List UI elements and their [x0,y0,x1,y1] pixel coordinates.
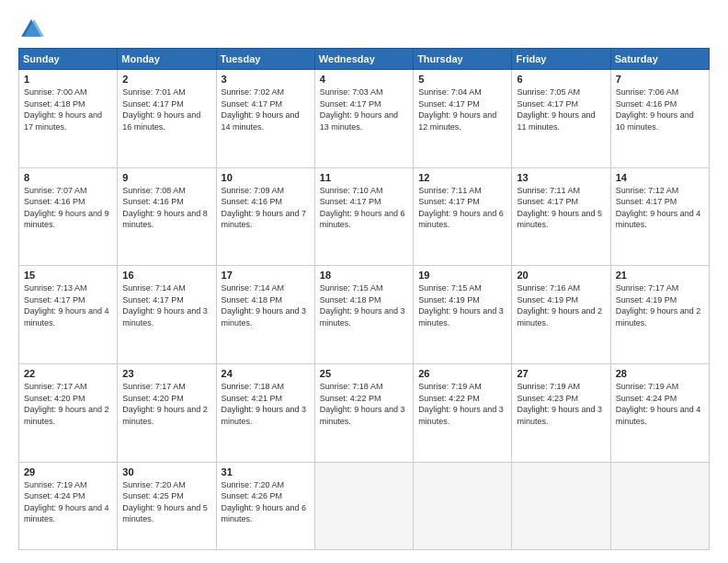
day-number: 12 [418,172,506,183]
day-info: Sunrise: 7:06 AM Sunset: 4:16 PM Dayligh… [616,86,704,132]
col-header-friday: Friday [512,49,610,70]
day-number: 24 [222,368,310,379]
day-number: 31 [222,466,310,477]
calendar-cell: 11 Sunrise: 7:10 AM Sunset: 4:17 PM Dayl… [314,167,413,266]
day-number: 11 [320,172,408,183]
day-number: 3 [222,74,310,85]
calendar-cell: 5 Sunrise: 7:04 AM Sunset: 4:17 PM Dayli… [414,70,512,168]
day-info: Sunrise: 7:13 AM Sunset: 4:17 PM Dayligh… [24,282,112,328]
calendar-cell: 20 Sunrise: 7:16 AM Sunset: 4:19 PM Dayl… [512,266,610,364]
day-number: 30 [122,466,210,477]
calendar-cell: 13 Sunrise: 7:11 AM Sunset: 4:17 PM Dayl… [512,167,610,266]
calendar-cell: 8 Sunrise: 7:07 AM Sunset: 4:16 PM Dayli… [19,167,118,266]
calendar-cell: 31 Sunrise: 7:20 AM Sunset: 4:26 PM Dayl… [216,462,314,549]
day-number: 18 [320,270,408,281]
day-info: Sunrise: 7:16 AM Sunset: 4:19 PM Dayligh… [517,282,605,328]
col-header-tuesday: Tuesday [216,49,314,70]
calendar-cell: 19 Sunrise: 7:15 AM Sunset: 4:19 PM Dayl… [414,266,512,364]
day-number: 2 [122,74,210,85]
day-info: Sunrise: 7:15 AM Sunset: 4:18 PM Dayligh… [320,282,408,328]
page: SundayMondayTuesdayWednesdayThursdayFrid… [0,0,728,563]
day-number: 4 [320,74,408,85]
day-info: Sunrise: 7:14 AM Sunset: 4:17 PM Dayligh… [122,282,210,328]
day-info: Sunrise: 7:17 AM Sunset: 4:19 PM Dayligh… [616,282,704,328]
day-info: Sunrise: 7:11 AM Sunset: 4:17 PM Dayligh… [418,185,506,231]
day-number: 9 [122,172,210,183]
day-info: Sunrise: 7:00 AM Sunset: 4:18 PM Dayligh… [24,86,112,132]
day-info: Sunrise: 7:04 AM Sunset: 4:17 PM Dayligh… [418,86,506,132]
col-header-saturday: Saturday [610,49,709,70]
logo-icon [18,17,44,42]
day-number: 23 [122,368,210,379]
calendar-cell: 30 Sunrise: 7:20 AM Sunset: 4:25 PM Dayl… [118,462,216,549]
day-info: Sunrise: 7:08 AM Sunset: 4:16 PM Dayligh… [122,185,210,231]
calendar-cell: 21 Sunrise: 7:17 AM Sunset: 4:19 PM Dayl… [610,266,709,364]
calendar-cell: 29 Sunrise: 7:19 AM Sunset: 4:24 PM Dayl… [19,462,118,549]
calendar-cell: 7 Sunrise: 7:06 AM Sunset: 4:16 PM Dayli… [610,70,709,168]
day-number: 6 [517,74,605,85]
day-info: Sunrise: 7:17 AM Sunset: 4:20 PM Dayligh… [24,381,112,427]
calendar-cell: 18 Sunrise: 7:15 AM Sunset: 4:18 PM Dayl… [314,266,413,364]
day-info: Sunrise: 7:18 AM Sunset: 4:21 PM Dayligh… [222,381,310,427]
day-info: Sunrise: 7:03 AM Sunset: 4:17 PM Dayligh… [320,86,408,132]
day-number: 29 [24,466,112,477]
day-info: Sunrise: 7:05 AM Sunset: 4:17 PM Dayligh… [517,86,605,132]
day-number: 5 [418,74,506,85]
calendar-cell: 23 Sunrise: 7:17 AM Sunset: 4:20 PM Dayl… [118,363,216,462]
day-info: Sunrise: 7:11 AM Sunset: 4:17 PM Dayligh… [517,185,605,231]
day-number: 26 [418,368,506,379]
col-header-monday: Monday [118,49,216,70]
day-number: 22 [24,368,112,379]
day-number: 7 [616,74,704,85]
calendar-table: SundayMondayTuesdayWednesdayThursdayFrid… [18,48,710,550]
calendar-cell: 24 Sunrise: 7:18 AM Sunset: 4:21 PM Dayl… [216,363,314,462]
calendar-cell: 9 Sunrise: 7:08 AM Sunset: 4:16 PM Dayli… [118,167,216,266]
logo [18,17,48,42]
day-info: Sunrise: 7:19 AM Sunset: 4:22 PM Dayligh… [418,381,506,427]
calendar-cell: 12 Sunrise: 7:11 AM Sunset: 4:17 PM Dayl… [414,167,512,266]
day-number: 16 [122,270,210,281]
day-info: Sunrise: 7:19 AM Sunset: 4:24 PM Dayligh… [24,479,112,525]
calendar-cell: 15 Sunrise: 7:13 AM Sunset: 4:17 PM Dayl… [19,266,118,364]
day-info: Sunrise: 7:19 AM Sunset: 4:23 PM Dayligh… [517,381,605,427]
calendar-cell: 14 Sunrise: 7:12 AM Sunset: 4:17 PM Dayl… [610,167,709,266]
calendar-cell: 28 Sunrise: 7:19 AM Sunset: 4:24 PM Dayl… [610,363,709,462]
day-number: 21 [616,270,704,281]
day-info: Sunrise: 7:15 AM Sunset: 4:19 PM Dayligh… [418,282,506,328]
calendar-cell: 25 Sunrise: 7:18 AM Sunset: 4:22 PM Dayl… [314,363,413,462]
calendar-cell: 4 Sunrise: 7:03 AM Sunset: 4:17 PM Dayli… [314,70,413,168]
calendar-cell: 1 Sunrise: 7:00 AM Sunset: 4:18 PM Dayli… [19,70,118,168]
day-number: 1 [24,74,112,85]
day-info: Sunrise: 7:12 AM Sunset: 4:17 PM Dayligh… [616,185,704,231]
day-number: 13 [517,172,605,183]
day-number: 20 [517,270,605,281]
day-number: 8 [24,172,112,183]
calendar-cell: 6 Sunrise: 7:05 AM Sunset: 4:17 PM Dayli… [512,70,610,168]
col-header-wednesday: Wednesday [314,49,413,70]
day-number: 27 [517,368,605,379]
calendar-cell [414,462,512,549]
header [18,17,710,42]
day-number: 19 [418,270,506,281]
day-info: Sunrise: 7:02 AM Sunset: 4:17 PM Dayligh… [222,86,310,132]
calendar-cell: 16 Sunrise: 7:14 AM Sunset: 4:17 PM Dayl… [118,266,216,364]
day-info: Sunrise: 7:10 AM Sunset: 4:17 PM Dayligh… [320,185,408,231]
calendar-cell: 2 Sunrise: 7:01 AM Sunset: 4:17 PM Dayli… [118,70,216,168]
day-number: 10 [222,172,310,183]
calendar-cell [610,462,709,549]
day-info: Sunrise: 7:18 AM Sunset: 4:22 PM Dayligh… [320,381,408,427]
day-info: Sunrise: 7:14 AM Sunset: 4:18 PM Dayligh… [222,282,310,328]
day-number: 14 [616,172,704,183]
calendar-cell: 10 Sunrise: 7:09 AM Sunset: 4:16 PM Dayl… [216,167,314,266]
calendar-cell: 27 Sunrise: 7:19 AM Sunset: 4:23 PM Dayl… [512,363,610,462]
day-number: 25 [320,368,408,379]
day-info: Sunrise: 7:20 AM Sunset: 4:26 PM Dayligh… [222,479,310,525]
day-info: Sunrise: 7:20 AM Sunset: 4:25 PM Dayligh… [122,479,210,525]
day-info: Sunrise: 7:01 AM Sunset: 4:17 PM Dayligh… [122,86,210,132]
day-info: Sunrise: 7:09 AM Sunset: 4:16 PM Dayligh… [222,185,310,231]
day-info: Sunrise: 7:19 AM Sunset: 4:24 PM Dayligh… [616,381,704,427]
day-number: 15 [24,270,112,281]
day-number: 17 [222,270,310,281]
calendar-cell: 22 Sunrise: 7:17 AM Sunset: 4:20 PM Dayl… [19,363,118,462]
calendar-cell [314,462,413,549]
